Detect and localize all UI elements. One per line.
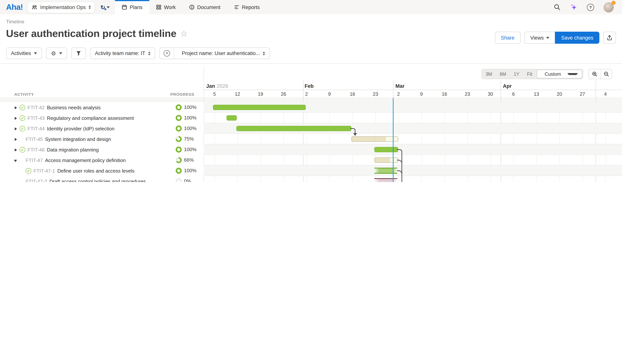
activity-code[interactable]: FTIT-45 bbox=[26, 136, 43, 142]
progress-ring bbox=[176, 147, 182, 153]
team-filter-label: Activity team name: IT bbox=[95, 51, 145, 56]
activity-name[interactable]: Access management policy definition bbox=[45, 157, 126, 163]
workspace-switch-icon bbox=[89, 5, 91, 9]
favorite-star-icon[interactable]: ☆ bbox=[180, 29, 188, 39]
today-line bbox=[393, 98, 393, 182]
activity-cell: ✓FTIT-47-1Define user roles and access l… bbox=[0, 165, 204, 176]
workspace-selector[interactable]: Implementation Ops bbox=[27, 1, 95, 13]
custom-range-dropdown[interactable]: Custom bbox=[537, 70, 582, 78]
tab-plans[interactable]: Plans bbox=[115, 0, 149, 14]
activity-code[interactable]: FTIT-43 bbox=[27, 115, 45, 121]
progress-value: 0% bbox=[184, 176, 191, 182]
activity-row[interactable]: ✓FTIT-47-1Define user roles and access l… bbox=[0, 165, 622, 176]
activity-row[interactable]: FTIT-47-2Draft access control policies a… bbox=[0, 176, 622, 182]
progress-value: 75% bbox=[184, 134, 194, 144]
tab-document[interactable]: Document bbox=[182, 0, 227, 14]
gantt-bar-ftit-43[interactable] bbox=[227, 115, 237, 121]
activity-name[interactable]: Define user roles and access levels bbox=[57, 168, 134, 173]
activity-name[interactable]: Draft access control policies and proced… bbox=[49, 178, 146, 182]
gantt-bar-ftit-47[interactable] bbox=[374, 157, 398, 163]
project-filter-value[interactable]: Project name: User authenticatio... bbox=[177, 48, 270, 59]
workspace-line-menu[interactable]: ↻ bbox=[100, 4, 110, 10]
zoom-in-button[interactable] bbox=[589, 69, 601, 79]
gantt-row-track bbox=[204, 134, 622, 144]
tab-reports[interactable]: Reports bbox=[227, 0, 267, 14]
team-filter-chip[interactable]: Activity team name: IT bbox=[90, 47, 155, 59]
gantt-bar-ftit-46[interactable] bbox=[374, 147, 398, 152]
preset-fit[interactable]: Fit bbox=[523, 71, 536, 77]
progress-value: 66% bbox=[184, 155, 194, 165]
activity-code[interactable]: FTIT-47-1 bbox=[34, 168, 55, 173]
expand-toggle-icon[interactable] bbox=[14, 116, 17, 120]
activity-row[interactable]: ✓FTIT-46Data migration planning100% bbox=[0, 144, 622, 155]
expand-toggle-icon[interactable] bbox=[14, 148, 17, 151]
activity-row[interactable]: ✓FTIT-44Identity provider (IdP) selectio… bbox=[0, 123, 622, 134]
zoom-out-button[interactable] bbox=[601, 69, 612, 79]
activity-cell: ✓FTIT-43Regulatory and compliance assess… bbox=[0, 113, 204, 123]
activity-code[interactable]: FTIT-47-2 bbox=[26, 178, 47, 182]
activity-name[interactable]: Data migration planning bbox=[47, 147, 99, 153]
gantt-bar-ftit-44[interactable] bbox=[236, 126, 351, 131]
expand-toggle-icon[interactable] bbox=[14, 127, 17, 130]
completed-check-icon: ✓ bbox=[19, 147, 25, 153]
gear-icon: ⚙ bbox=[51, 51, 56, 56]
month-label: Jan2026 bbox=[206, 83, 228, 89]
progress-column-header: PROGRESS bbox=[170, 92, 194, 96]
tab-label: Reports bbox=[242, 4, 260, 10]
aha-logo[interactable]: Aha! bbox=[6, 3, 23, 12]
calendar-icon bbox=[122, 4, 127, 10]
activity-cell: FTIT-47-2Draft access control policies a… bbox=[0, 176, 204, 182]
week-date-label: 16 bbox=[442, 92, 447, 97]
week-date-label: 27 bbox=[580, 92, 585, 97]
activity-row[interactable]: ✓FTIT-42Business needs analysis100% bbox=[0, 102, 622, 113]
activity-code[interactable]: FTIT-47 bbox=[26, 157, 43, 163]
activity-cell: FTIT-45System integration and design75% bbox=[0, 134, 204, 144]
activity-cell: ✓FTIT-46Data migration planning100% bbox=[0, 144, 204, 155]
gantt-row-track bbox=[204, 165, 622, 176]
activity-code[interactable]: FTIT-42 bbox=[27, 105, 45, 110]
week-date-label: 4 bbox=[604, 92, 607, 97]
views-button[interactable]: Views bbox=[524, 32, 555, 44]
search-icon[interactable] bbox=[554, 4, 561, 11]
settings-dropdown[interactable]: ⚙ bbox=[46, 47, 67, 59]
report-bars-icon bbox=[234, 4, 239, 10]
chevron-down-icon bbox=[59, 52, 62, 54]
progress-value: 100% bbox=[184, 113, 196, 123]
week-date-label: 19 bbox=[258, 92, 263, 97]
month-label: Apr bbox=[503, 83, 512, 89]
activity-row[interactable]: FTIT-47Access management policy definiti… bbox=[0, 155, 622, 165]
activity-code[interactable]: FTIT-46 bbox=[27, 147, 45, 153]
activity-name[interactable]: Regulatory and compliance assessment bbox=[47, 115, 134, 121]
preset-6m[interactable]: 6M bbox=[496, 71, 510, 77]
activities-dropdown[interactable]: Activities bbox=[6, 47, 42, 59]
help-icon[interactable]: ? bbox=[587, 4, 594, 11]
export-button[interactable] bbox=[603, 32, 616, 44]
sort-arrows-icon bbox=[263, 51, 265, 55]
activity-name[interactable]: System integration and design bbox=[45, 136, 111, 142]
expand-toggle-icon[interactable] bbox=[14, 137, 17, 141]
page-title-text[interactable]: User authentication project timeline bbox=[6, 28, 176, 39]
activity-name[interactable]: Business needs analysis bbox=[47, 105, 101, 110]
expand-toggle-icon[interactable] bbox=[14, 106, 17, 109]
preset-1y[interactable]: 1Y bbox=[510, 71, 523, 77]
gantt-bar-ftit-47-1[interactable] bbox=[374, 168, 397, 174]
avatar[interactable] bbox=[603, 2, 614, 12]
save-changes-button[interactable]: Save changes bbox=[555, 32, 599, 44]
preset-3m[interactable]: 3M bbox=[482, 71, 496, 77]
gantt-bar-ftit-42[interactable] bbox=[213, 105, 306, 110]
share-button[interactable]: Share bbox=[495, 32, 520, 44]
collapse-toggle-icon[interactable] bbox=[14, 158, 17, 162]
ai-sparkle-icon[interactable] bbox=[570, 3, 578, 11]
gantt-bar-ftit-45[interactable] bbox=[351, 136, 398, 142]
remove-filter-button[interactable]: ✕ bbox=[160, 48, 174, 59]
week-date-label: 2 bbox=[397, 92, 400, 97]
activity-row[interactable]: FTIT-45System integration and design75% bbox=[0, 134, 622, 144]
activity-code[interactable]: FTIT-44 bbox=[27, 126, 45, 131]
activity-name[interactable]: Identity provider (IdP) selection bbox=[47, 126, 115, 131]
activity-row[interactable]: ✓FTIT-43Regulatory and compliance assess… bbox=[0, 113, 622, 123]
tab-work[interactable]: Work bbox=[149, 0, 183, 14]
tab-label: Plans bbox=[130, 4, 142, 10]
progress-value: 100% bbox=[184, 144, 196, 155]
filter-button[interactable] bbox=[71, 47, 86, 59]
gantt-bar-ftit-47-2[interactable] bbox=[374, 178, 397, 182]
